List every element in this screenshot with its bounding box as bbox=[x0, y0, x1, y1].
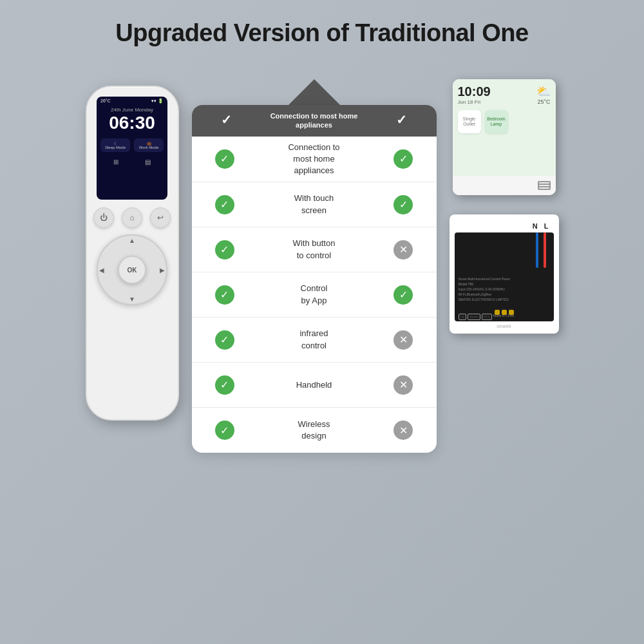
row3-col1: ✓ bbox=[192, 240, 258, 260]
screen-bottom-icons: ⊞ ▤ bbox=[97, 156, 167, 167]
row7-feature: Wirelessdesign bbox=[258, 413, 371, 447]
table-row: ✓ Handheld ✕ bbox=[192, 363, 437, 408]
check-gray-icon: ✕ bbox=[393, 421, 413, 440]
panel-vent-icon bbox=[538, 181, 551, 190]
check-green-icon: ✓ bbox=[215, 375, 234, 395]
remote-top-buttons: ⏻ ⌂ ↩ bbox=[93, 207, 171, 228]
feature-col-header: Connection to most home appliances bbox=[261, 105, 367, 137]
pcb-logos-row: CE RoHS FCC Made in China bbox=[459, 314, 550, 320]
check-green-icon: ✓ bbox=[215, 195, 234, 214]
touch-screen-panel: 10:09 Jun 18 Fri ⛅ 25°C Single Outlet bbox=[453, 79, 556, 195]
check-gray-icon: ✕ bbox=[393, 330, 413, 350]
remote-device: 26°C ▾▾ 🔋 24th June Monday 06:30 ☾ Sleep… bbox=[86, 86, 179, 421]
work-icon: 💼 bbox=[137, 141, 160, 146]
check-gray-icon: ✕ bbox=[393, 240, 413, 260]
check-green-icon: ✓ bbox=[215, 330, 234, 350]
work-mode-btn[interactable]: 💼 Work Mode bbox=[134, 138, 164, 152]
dpad-ok-button[interactable]: OK bbox=[118, 256, 146, 284]
pcb-info-text: Smart Multi-functional Control Panel Mod… bbox=[459, 276, 550, 302]
power-icon: ⏻ bbox=[100, 213, 108, 222]
pcb-circuit-board: Smart Multi-functional Control Panel Mod… bbox=[455, 232, 554, 321]
row5-feature: infraredcontrol bbox=[258, 323, 371, 356]
check-green-icon: ✓ bbox=[393, 149, 413, 169]
table-header: ✓ Connection to most home appliances ✓ bbox=[192, 105, 437, 137]
panel-temp: 25°C bbox=[536, 99, 551, 105]
settings-icon: ▤ bbox=[145, 158, 151, 166]
check-green-icon: ✓ bbox=[215, 240, 234, 260]
table-row: ✓ Connection tomost homeappliances ✓ bbox=[192, 137, 437, 183]
ce-badge: CE bbox=[459, 314, 467, 320]
temperature-label: 26°C bbox=[100, 99, 111, 104]
page-container: Upgraded Version of Traditional One 26°C… bbox=[0, 0, 644, 644]
wifi-icon: ▾▾ 🔋 bbox=[151, 99, 164, 104]
wire-blue bbox=[536, 232, 538, 268]
dpad-up-arrow[interactable]: ▲ bbox=[129, 237, 135, 244]
pcb-module: N L Smart Multi-functional Control Panel… bbox=[450, 214, 559, 334]
row1-col1: ✓ bbox=[192, 149, 258, 169]
row3-col2: ✕ bbox=[370, 240, 436, 260]
made-in-china-label: Made in China bbox=[493, 314, 514, 320]
screen-modes: ☾ Sleep Mode 💼 Work Mode bbox=[97, 135, 167, 156]
table-row: ✓ With buttonto control ✕ bbox=[192, 227, 437, 272]
row4-col2: ✓ bbox=[370, 285, 436, 305]
table-row: ✓ infraredcontrol ✕ bbox=[192, 317, 437, 363]
dpad-left-arrow[interactable]: ◀ bbox=[99, 267, 104, 274]
row6-col2: ✕ bbox=[370, 375, 436, 395]
panel-app-2[interactable]: Bedroom Lamp bbox=[485, 110, 508, 133]
sleep-mode-btn[interactable]: ☾ Sleep Mode bbox=[100, 138, 130, 152]
check-green-icon: ✓ bbox=[393, 195, 413, 214]
power-button[interactable]: ⏻ bbox=[93, 207, 114, 228]
remote-body: 26°C ▾▾ 🔋 24th June Monday 06:30 ☾ Sleep… bbox=[86, 86, 179, 421]
row7-col2: ✕ bbox=[370, 421, 436, 440]
pcb-label-l: L bbox=[544, 222, 549, 230]
col1-header: ✓ bbox=[192, 105, 261, 137]
row1-col2: ✓ bbox=[370, 149, 436, 169]
panel-time: 10:09 bbox=[458, 84, 491, 99]
dpad-right-arrow[interactable]: ▶ bbox=[160, 267, 165, 274]
panel-apps: Single Outlet Bedroom Lamp bbox=[458, 110, 551, 133]
table-row: ✓ Wirelessdesign ✕ bbox=[192, 408, 437, 453]
row6-col1: ✓ bbox=[192, 375, 258, 395]
page-title: Upgraded Version of Traditional One bbox=[115, 19, 528, 47]
home-icon: ⌂ bbox=[129, 213, 134, 222]
row5-col2: ✕ bbox=[370, 330, 436, 350]
remote-dpad: ▲ ▼ ◀ ▶ OK bbox=[97, 234, 167, 305]
table-row: ✓ With touchscreen ✓ bbox=[192, 182, 437, 227]
dpad-down-arrow[interactable]: ▼ bbox=[129, 296, 135, 303]
menu-icon: ⊞ bbox=[113, 158, 118, 166]
check-green-icon: ✓ bbox=[215, 149, 234, 169]
back-icon: ↩ bbox=[157, 213, 164, 222]
row2-col1: ✓ bbox=[192, 195, 258, 214]
row7-col1: ✓ bbox=[192, 421, 258, 440]
row3-feature: With buttonto control bbox=[258, 232, 371, 266]
back-button[interactable]: ↩ bbox=[150, 207, 171, 228]
comparison-table: ✓ Connection to most home appliances ✓ ✓… bbox=[192, 105, 437, 453]
row2-col2: ✓ bbox=[370, 195, 436, 214]
col2-header: ✓ bbox=[367, 105, 437, 137]
panel-date: Jun 18 Fri bbox=[458, 99, 491, 105]
row4-feature: Controlby App bbox=[258, 278, 371, 311]
row5-col1: ✓ bbox=[192, 330, 258, 350]
fcc-badge: FCC bbox=[482, 314, 492, 320]
home-button[interactable]: ⌂ bbox=[122, 207, 142, 228]
sleep-icon: ☾ bbox=[104, 141, 127, 146]
right-devices: 10:09 Jun 18 Fri ⛅ 25°C Single Outlet bbox=[450, 79, 559, 334]
content-row: 26°C ▾▾ 🔋 24th June Monday 06:30 ☾ Sleep… bbox=[13, 66, 631, 631]
check-green-icon: ✓ bbox=[393, 285, 413, 305]
panel-app-1[interactable]: Single Outlet bbox=[458, 110, 481, 133]
screen-time: 06:30 bbox=[97, 114, 167, 132]
check-green-icon: ✓ bbox=[215, 285, 234, 305]
pcb-brand-label: smatek bbox=[497, 324, 511, 328]
wire-red bbox=[544, 232, 546, 268]
weather-icon: ⛅ bbox=[536, 84, 551, 99]
pcb-label-n: N bbox=[533, 222, 538, 230]
row6-feature: Handheld bbox=[258, 374, 371, 396]
screen-status-bar: 26°C ▾▾ 🔋 bbox=[97, 97, 167, 106]
row4-col1: ✓ bbox=[192, 285, 258, 305]
check-gray-icon: ✕ bbox=[393, 375, 413, 395]
pcb-footer-logos: smatek bbox=[455, 321, 554, 328]
row1-feature: Connection tomost homeappliances bbox=[258, 137, 371, 182]
table-row: ✓ Controlby App ✓ bbox=[192, 272, 437, 317]
panel-screen: 10:09 Jun 18 Fri ⛅ 25°C Single Outlet bbox=[453, 79, 556, 176]
check-green-icon: ✓ bbox=[215, 421, 234, 440]
